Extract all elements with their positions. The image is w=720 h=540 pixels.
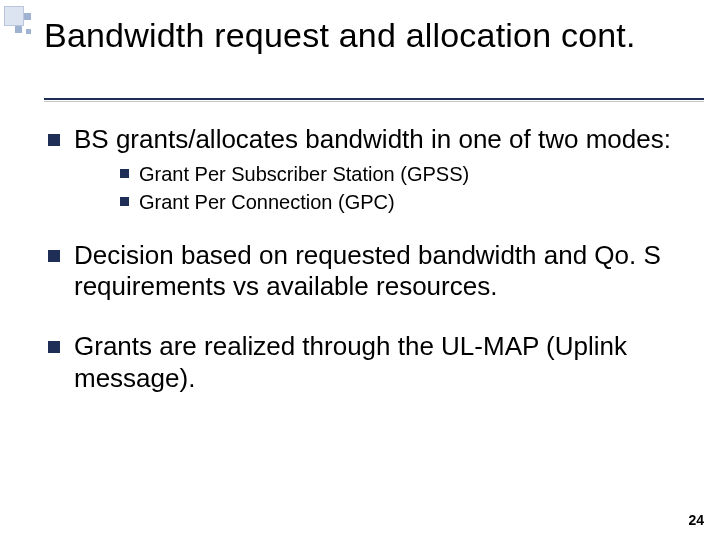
sub-bullet-group: Grant Per Subscriber Station (GPSS) Gran… — [120, 162, 692, 215]
decorative-squares — [0, 6, 38, 44]
square-bullet-icon — [120, 197, 129, 206]
bullet-level1: Grants are realized through the UL-MAP (… — [48, 331, 692, 394]
bullet-text: Decision based on requested bandwidth an… — [74, 240, 692, 303]
square-bullet-icon — [48, 341, 60, 353]
title-rule-shadow — [44, 101, 704, 102]
bullet-level1: BS grants/allocates bandwidth in one of … — [48, 124, 692, 156]
square-bullet-icon — [48, 134, 60, 146]
bullet-text: Grants are realized through the UL-MAP (… — [74, 331, 692, 394]
sub-bullet-text: Grant Per Subscriber Station (GPSS) — [139, 162, 469, 187]
slide: Bandwidth request and allocation cont. B… — [0, 0, 720, 540]
bullet-text: BS grants/allocates bandwidth in one of … — [74, 124, 671, 156]
sub-bullet-text: Grant Per Connection (GPC) — [139, 190, 395, 215]
square-bullet-icon — [48, 250, 60, 262]
page-number: 24 — [688, 512, 704, 528]
slide-title: Bandwidth request and allocation cont. — [44, 16, 700, 55]
slide-body: BS grants/allocates bandwidth in one of … — [48, 124, 692, 401]
bullet-level2: Grant Per Connection (GPC) — [120, 190, 692, 215]
bullet-level2: Grant Per Subscriber Station (GPSS) — [120, 162, 692, 187]
bullet-level1: Decision based on requested bandwidth an… — [48, 240, 692, 303]
title-rule — [44, 98, 704, 100]
square-bullet-icon — [120, 169, 129, 178]
